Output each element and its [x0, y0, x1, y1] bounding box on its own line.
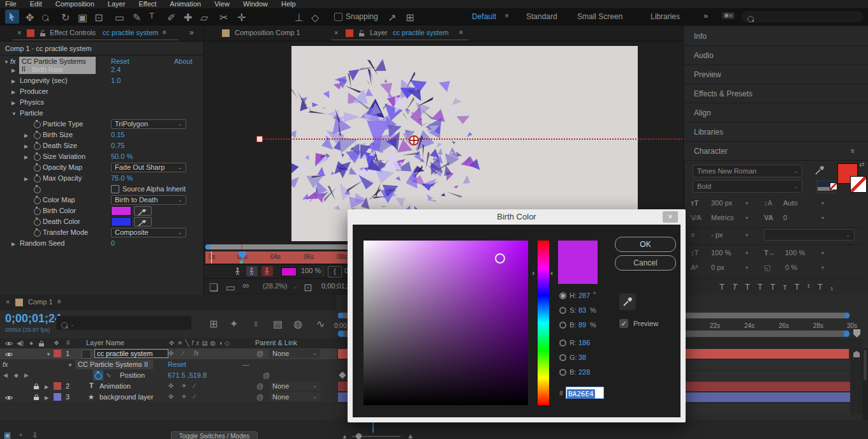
baseline-shift-chevron-icon[interactable]: ▾ — [746, 265, 748, 271]
magnification-ratio[interactable]: (28.2%) — [263, 282, 288, 290]
timeline-search-field[interactable]: ⌄ — [56, 316, 191, 330]
frame-blend-toggle-icon[interactable]: ▣ — [4, 431, 11, 439]
lock-icon[interactable] — [33, 383, 40, 390]
expander-icon[interactable]: ▶ — [11, 241, 15, 248]
leading-value[interactable]: Auto — [783, 199, 798, 207]
saturation-value[interactable]: 83 — [578, 306, 586, 314]
hue-radio[interactable] — [559, 292, 566, 299]
effect-row-reset[interactable]: Reset — [168, 361, 186, 368]
parent-pickwhip-icon[interactable]: @ — [256, 350, 263, 357]
stopwatch-icon[interactable] — [34, 175, 41, 182]
bracket-button[interactable]: { — [328, 266, 342, 278]
faux-bold-button[interactable]: T — [719, 282, 732, 292]
brush-tool[interactable]: ✐ — [167, 11, 175, 24]
unlock-icon[interactable] — [358, 29, 365, 37]
layer-name[interactable]: background layer — [99, 393, 153, 401]
expander-icon[interactable]: ▶ — [24, 176, 28, 182]
quality-switch-icon[interactable]: ∕ — [194, 393, 195, 400]
workspace-small-screen[interactable]: Small Screen — [577, 12, 622, 21]
panel-header-audio[interactable]: Audio — [684, 46, 868, 65]
stroke-color-swatch[interactable] — [850, 176, 867, 193]
always-preview-icon[interactable]: ❏ — [209, 281, 218, 294]
workspace-overflow-icon[interactable]: » — [703, 11, 708, 20]
position-value[interactable]: 671.5 ,519.8 — [168, 371, 207, 379]
pen-tool[interactable]: ✎ — [133, 11, 141, 24]
birth-color-eyedropper[interactable] — [134, 206, 152, 216]
tracking-chevron-icon[interactable]: ▾ — [821, 215, 824, 221]
timeline-zoom-slider[interactable] — [352, 436, 401, 437]
layer-expander-icon[interactable]: ▶ — [45, 395, 48, 401]
hide-shy-layers-icon[interactable]: ♁ — [252, 318, 260, 329]
scrollbar-cap-right[interactable] — [844, 313, 850, 318]
layer-expander-icon[interactable]: ▼ — [46, 352, 51, 358]
menu-edit[interactable]: Edit — [30, 0, 42, 8]
workspace-settings-icon[interactable]: ✱≡ — [722, 12, 735, 19]
swap-fill-stroke-icon[interactable]: ⇄ — [859, 161, 864, 168]
all-caps-button[interactable]: TT — [745, 282, 770, 292]
view-color-swatch[interactable] — [281, 267, 297, 276]
character-menu-icon[interactable]: ≡ — [851, 142, 855, 161]
brightness-value[interactable]: 89 — [578, 321, 586, 329]
default-fill-stroke-icon[interactable] — [830, 182, 837, 190]
workspace-search-field[interactable] — [741, 11, 864, 22]
ok-button[interactable]: OK — [615, 237, 676, 252]
saturation-radio[interactable] — [559, 307, 566, 314]
primary-viewer-icon[interactable]: ▭ — [226, 281, 235, 294]
font-size-chevron-icon[interactable]: ▾ — [746, 200, 748, 206]
stopwatch-icon[interactable] — [34, 197, 41, 204]
effects-switch-icon[interactable]: ☀ — [181, 393, 187, 400]
layer-label-color[interactable] — [54, 382, 61, 390]
hue-slider[interactable] — [538, 241, 549, 405]
position-row[interactable]: ◀ ◆ ▶ ∿ Position 671.5 ,519.8 @ — [0, 370, 337, 382]
current-timecode[interactable]: 0;00;01;24 — [5, 312, 61, 325]
unlock-icon[interactable] — [40, 29, 46, 37]
close-layer-tab-icon[interactable]: × — [334, 29, 338, 36]
quality-switch-icon[interactable]: ∕ — [194, 382, 195, 389]
parent-link-column[interactable]: Parent & Link — [255, 339, 297, 346]
expander-icon[interactable]: ▶ — [11, 89, 15, 96]
property-value[interactable]: 50.0 % — [111, 153, 133, 160]
hex-input-field[interactable]: BA26E4 — [566, 387, 604, 399]
stroke-width-chevron-icon[interactable]: ▾ — [746, 232, 748, 238]
hand-tool[interactable]: ✥ — [26, 11, 34, 24]
vr-goggles-icon[interactable]: ∞ — [242, 280, 249, 290]
small-caps-button[interactable]: Tт — [770, 282, 795, 292]
birth-color-swatch[interactable] — [111, 206, 131, 216]
opacity-map-dropdown[interactable]: Fade Out Sharp⌄ — [111, 163, 186, 172]
snap-angle-icon[interactable]: ↗ — [388, 11, 396, 24]
zoom-in-mountain-icon[interactable]: ▲ — [407, 432, 414, 439]
navigator-cap-left[interactable] — [338, 331, 344, 337]
stamp-tool[interactable]: ✚ — [184, 11, 192, 24]
subscript-button[interactable]: T₁ — [818, 282, 841, 292]
timeline-tab-menu-icon[interactable]: ≡ — [57, 298, 61, 305]
eraser-tool[interactable]: ▱ — [200, 11, 208, 24]
workspace-menu-icon[interactable]: ≡ — [505, 12, 509, 19]
prev-keyframe-icon[interactable]: ◀ — [3, 372, 8, 378]
collapse-switch-icon[interactable]: ✜ — [168, 350, 173, 357]
zoom-out-mountain-icon[interactable]: ▲ — [342, 433, 348, 439]
sb-selector-circle[interactable] — [495, 253, 505, 264]
dialog-titlebar[interactable]: Birth Color × — [348, 209, 686, 225]
active-person-button[interactable] — [261, 266, 273, 276]
source-alpha-checkbox[interactable] — [111, 185, 119, 193]
green-radio[interactable] — [559, 354, 566, 361]
motion-blur-toggle-icon[interactable]: ◔ — [18, 431, 22, 439]
dialog-eyedropper-button[interactable] — [619, 294, 636, 310]
stopwatch-icon[interactable] — [34, 121, 41, 128]
property-value[interactable]: 1.0 — [111, 77, 121, 84]
parent-pickwhip-icon[interactable]: @ — [256, 382, 263, 390]
puppet-pin-tool[interactable]: ✛ — [237, 11, 246, 24]
tsume-chevron-icon[interactable]: ▾ — [821, 265, 824, 271]
scrollbar-cap-left[interactable] — [338, 313, 343, 318]
panel-menu-icon[interactable]: ≡ — [163, 29, 166, 36]
zoom-slider-knob[interactable] — [356, 433, 362, 439]
region-of-interest-icon[interactable]: ⊡ — [304, 281, 312, 294]
roto-brush-tool[interactable]: ✂ — [219, 11, 228, 24]
render-person-icon[interactable] — [235, 267, 240, 276]
property-value[interactable]: 75.0 % — [111, 174, 133, 182]
preview-checkbox[interactable]: ✓ — [619, 319, 628, 328]
eye-icon[interactable] — [4, 395, 13, 401]
tab-layer-title[interactable]: Layer — [370, 29, 388, 36]
leading-chevron-icon[interactable]: ▾ — [821, 200, 824, 206]
saturation-brightness-field[interactable] — [364, 241, 528, 405]
